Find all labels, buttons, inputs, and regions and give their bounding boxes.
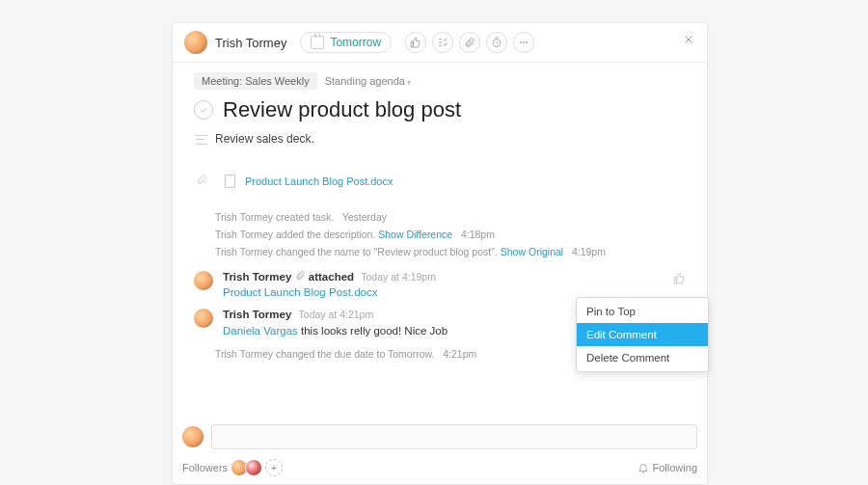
footer: Followers + Following [182,459,697,476]
title-row: Review product blog post [194,97,686,122]
task-description[interactable]: Review sales deck. [215,132,314,146]
show-difference-link[interactable]: Show Difference [378,229,452,240]
log-ts: 4:21pm [443,348,476,360]
followers-avatars [233,459,262,476]
follower-avatar[interactable] [245,459,262,476]
log-text: Trish Tormey changed the name to "Review… [215,246,498,257]
comment-ts: Today at 4:21pm [299,309,374,320]
task-pane: Trish Tormey Tomorrow [172,22,708,485]
comment-author[interactable]: Trish Tormey [223,309,291,320]
show-original-link[interactable]: Show Original [501,246,563,257]
log-line: Trish Tormey created task. Yesterday [215,209,686,227]
complete-toggle[interactable] [194,100,213,120]
paperclip-icon [295,271,306,283]
comment-verb: attached [309,271,354,283]
like-comment-button[interactable] [673,271,686,288]
bell-icon [637,462,649,473]
attachment-row: Product Launch Blog Post.docx [196,173,686,190]
project-chip[interactable]: Meeting: Sales Weekly [194,72,317,90]
header-action-row [405,32,534,53]
due-date-pill[interactable]: Tomorrow [300,32,392,53]
svg-point-3 [526,41,527,42]
comment-actions [673,271,686,288]
comment-context-menu: Pin to Top Edit Comment Delete Comment [576,297,709,372]
calendar-icon [311,36,324,49]
tags-row: Meeting: Sales Weekly Standing agenda [194,72,686,90]
following-toggle[interactable]: Following [637,462,697,473]
timer-button[interactable] [486,32,507,53]
description-row: Review sales deck. [196,132,686,146]
menu-pin-to-top[interactable]: Pin to Top [577,300,708,323]
attachment-link[interactable]: Product Launch Blog Post.docx [245,175,393,187]
close-button[interactable] [680,31,697,48]
followers-label: Followers [182,462,228,473]
comment-avatar[interactable] [194,271,213,290]
attach-button[interactable] [459,32,480,53]
subtasks-button[interactable] [432,32,453,53]
log-ts: Yesterday [342,211,387,223]
comment-body: Trish Tormey attached Today at 4:19pm Pr… [223,269,686,301]
my-avatar[interactable] [182,426,203,447]
task-title[interactable]: Review product blog post [223,97,461,122]
compose-row [182,424,697,449]
add-follower-button[interactable]: + [265,459,283,476]
paperclip-icon [196,173,207,190]
due-date-label: Tomorrow [330,36,381,49]
svg-point-2 [523,41,524,42]
activity-log: Trish Tormey created task. Yesterday Tri… [215,209,686,261]
comment-avatar[interactable] [194,309,213,328]
comment-input[interactable] [211,424,697,449]
log-line: Trish Tormey added the description. Show… [215,227,686,244]
like-button[interactable] [405,32,426,53]
assignee-avatar[interactable] [184,31,207,54]
description-icon [196,135,207,145]
comment-author[interactable]: Trish Tormey [223,271,291,283]
comment-file-link[interactable]: Product Launch Blog Post.docx [223,286,377,298]
log-text: Trish Tormey added the description. [215,229,375,240]
section-dropdown[interactable]: Standing agenda [325,75,411,87]
document-icon [225,175,235,188]
log-line: Trish Tormey changed the name to "Review… [215,244,686,261]
log-text: Trish Tormey created task. [215,211,334,223]
menu-edit-comment[interactable]: Edit Comment [577,323,708,346]
log-ts: 4:19pm [572,246,606,257]
comment-ts: Today at 4:19pm [361,271,436,283]
comment-mention[interactable]: Daniela Vargas [223,325,298,337]
following-label: Following [653,462,697,473]
svg-point-1 [520,41,521,42]
task-header: Trish Tormey Tomorrow [173,23,707,63]
more-actions-button[interactable] [513,32,534,53]
log-ts: 4:18pm [461,229,495,240]
comment-text: this looks relly good! Nice Job [301,325,448,337]
log-text: Trish Tormey changed the due date to Tom… [215,348,434,360]
assignee-name[interactable]: Trish Tormey [215,36,286,50]
comment: Trish Tormey attached Today at 4:19pm Pr… [194,269,686,301]
menu-delete-comment[interactable]: Delete Comment [577,346,708,369]
